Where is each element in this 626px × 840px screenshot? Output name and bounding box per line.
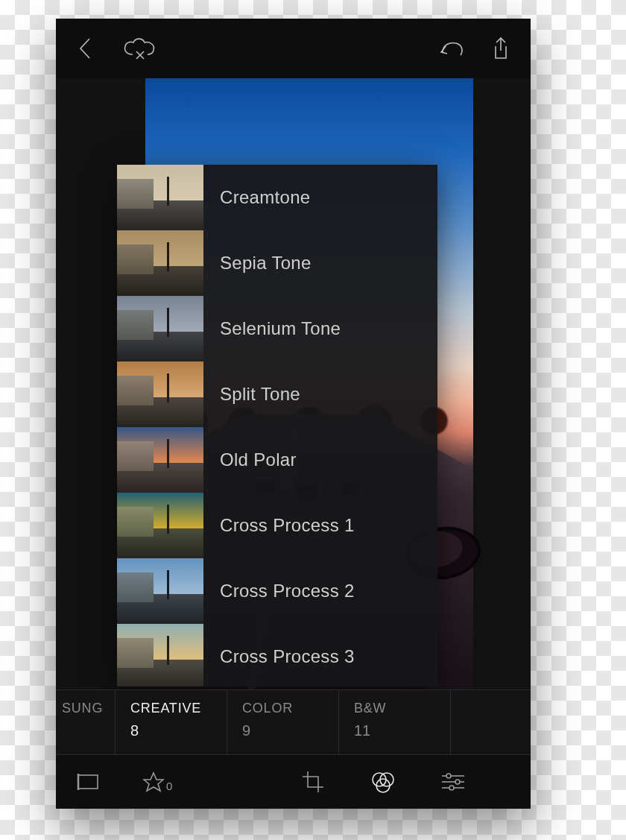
- preset-label: Selenium Tone: [203, 318, 341, 339]
- category-count: 8: [130, 722, 212, 739]
- sliders-icon: [440, 771, 466, 792]
- preset-item[interactable]: Cross Process 1: [117, 493, 437, 558]
- back-button[interactable]: [69, 32, 102, 65]
- preset-thumbnail: [117, 361, 203, 427]
- preset-category-tab[interactable]: COLOR9: [227, 690, 339, 754]
- preset-item[interactable]: Split Tone: [117, 361, 437, 427]
- preset-label: Cross Process 3: [203, 646, 355, 667]
- flag-icon: [77, 772, 101, 792]
- star-icon: [142, 771, 165, 792]
- preset-item[interactable]: Selenium Tone: [117, 296, 437, 361]
- svg-point-14: [449, 786, 454, 790]
- category-name: CREATIVE: [130, 701, 212, 716]
- preset-category-tab[interactable]: B&W11: [339, 690, 451, 754]
- category-count: 11: [354, 722, 435, 739]
- preset-label: Creamtone: [203, 187, 310, 208]
- share-button[interactable]: [484, 32, 517, 65]
- share-icon: [490, 36, 512, 61]
- undo-icon: [437, 37, 467, 60]
- preset-item[interactable]: Sepia Tone: [117, 230, 437, 296]
- preset-thumbnail: [117, 558, 203, 624]
- preset-thumbnail: [117, 427, 203, 493]
- preset-thumbnail: [117, 493, 203, 558]
- preset-category-tab[interactable]: CREATIVE8: [116, 690, 227, 754]
- preset-list-popup: CreamtoneSepia ToneSelenium ToneSplit To…: [117, 165, 437, 686]
- preset-thumbnail: [117, 230, 203, 296]
- crop-button[interactable]: [297, 765, 329, 798]
- preset-thumbnail: [117, 624, 203, 686]
- preset-thumbnail: [117, 165, 203, 230]
- presets-button[interactable]: [367, 765, 399, 798]
- category-name: COLOR: [242, 701, 323, 716]
- svg-rect-3: [78, 775, 98, 789]
- flag-button[interactable]: [72, 765, 105, 798]
- preset-item[interactable]: Cross Process 3: [117, 624, 437, 686]
- top-toolbar: [56, 19, 531, 78]
- preset-label: Split Tone: [203, 384, 300, 405]
- preset-thumbnail: [117, 296, 203, 361]
- preset-item[interactable]: Creamtone: [117, 165, 437, 230]
- preset-item[interactable]: Old Polar: [117, 427, 437, 493]
- rating-count: 0: [166, 780, 172, 792]
- presets-venn-icon: [370, 770, 396, 794]
- svg-marker-5: [144, 773, 163, 791]
- category-name: SUNG: [62, 701, 106, 716]
- svg-point-12: [455, 780, 460, 784]
- cloud-cancel-button[interactable]: [118, 32, 163, 65]
- preset-label: Sepia Tone: [203, 253, 312, 274]
- preset-label: Cross Process 1: [203, 515, 355, 536]
- preset-label: Old Polar: [203, 449, 297, 470]
- rating-button[interactable]: 0: [142, 771, 172, 792]
- back-chevron-icon: [76, 36, 95, 61]
- preset-label: Cross Process 2: [203, 581, 355, 601]
- preset-category-strip: SUNGCREATIVE8COLOR9B&W11: [56, 689, 531, 755]
- preset-category-tab[interactable]: SUNG: [56, 690, 116, 754]
- preset-item[interactable]: Cross Process 2: [117, 558, 437, 624]
- category-count: 9: [242, 722, 323, 739]
- undo-button[interactable]: [435, 32, 468, 65]
- adjust-button[interactable]: [437, 765, 470, 798]
- crop-icon: [301, 770, 325, 794]
- svg-point-10: [446, 774, 451, 778]
- bottom-toolbar: 0: [56, 755, 531, 809]
- category-name: B&W: [354, 701, 435, 716]
- photo-editor-screen: CreamtoneSepia ToneSelenium ToneSplit To…: [56, 19, 531, 809]
- cloud-cancel-icon: [121, 35, 161, 62]
